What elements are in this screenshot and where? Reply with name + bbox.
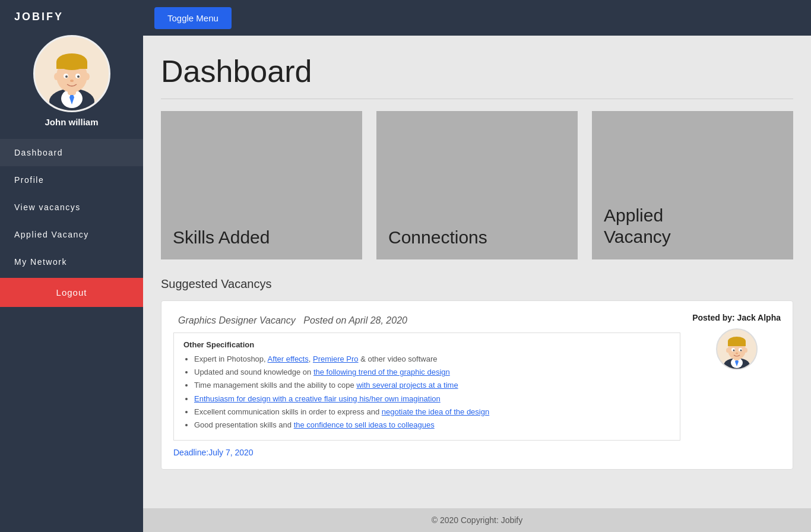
sidebar: JOBIFY [0, 0, 143, 532]
stats-row: Skills Added Connections AppliedVacancy [161, 111, 793, 259]
vacancy-deadline: Deadline:July 7, 2020 [173, 448, 680, 457]
suggested-vacancies-title: Suggested Vacancys [161, 277, 793, 291]
svg-rect-6 [56, 62, 87, 69]
logout-button[interactable]: Logout [0, 278, 143, 307]
toggle-menu-button[interactable]: Toggle Menu [154, 7, 232, 29]
stat-label-skills: Skills Added [173, 227, 270, 248]
svg-point-24 [740, 350, 742, 352]
sidebar-item-view-vacancys[interactable]: View vacancys [0, 194, 143, 221]
svg-point-10 [77, 75, 80, 78]
poster-avatar [716, 328, 758, 370]
main-content: Dashboard Skills Added Connections Appli… [143, 36, 811, 508]
vacancy-details: Graphics Designer Vacancy Posted on Apri… [173, 313, 680, 457]
svg-point-9 [65, 75, 68, 78]
vacancy-title: Graphics Designer Vacancy Posted on Apri… [173, 313, 680, 327]
vacancy-posted-on: Posted on April 28, 2020 [303, 315, 407, 325]
user-name: John william [45, 117, 98, 127]
spec-item: Enthusiasm for design with a creative fl… [194, 394, 670, 404]
spec-list: Expert in Photoshop, After effects, Prem… [183, 354, 670, 430]
spec-item: Time management skills and the ability t… [194, 380, 670, 391]
sidebar-item-my-network[interactable]: My Network [0, 248, 143, 276]
stat-label-connections: Connections [388, 227, 487, 248]
footer-text: © 2020 Copyright: Jobify [432, 515, 523, 525]
sidebar-item-dashboard[interactable]: Dashboard [0, 139, 143, 166]
vacancy-poster: Posted by: Jack Alpha [680, 313, 781, 370]
stat-card-skills: Skills Added [161, 111, 362, 259]
svg-point-27 [744, 348, 747, 353]
stat-card-connections: Connections [376, 111, 578, 259]
spec-box: Other Specification Expert in Photoshop,… [173, 332, 680, 441]
vacancy-title-text: Graphics Designer Vacancy [178, 315, 296, 325]
svg-point-11 [70, 80, 74, 82]
stat-label-applied: AppliedVacancy [604, 205, 671, 248]
spec-item: Expert in Photoshop, After effects, Prem… [194, 354, 670, 365]
svg-point-25 [736, 353, 738, 354]
svg-point-12 [54, 73, 59, 80]
svg-point-13 [85, 73, 90, 80]
page-title: Dashboard [161, 53, 793, 99]
user-avatar [33, 35, 110, 112]
svg-point-26 [726, 348, 730, 353]
posted-by-label: Posted by: Jack Alpha [692, 313, 781, 322]
sidebar-item-applied-vacancy[interactable]: Applied Vacancy [0, 221, 143, 248]
svg-rect-20 [728, 341, 746, 346]
spec-item: Good presentation skills and the confide… [194, 420, 670, 430]
spec-title: Other Specification [183, 340, 670, 349]
sidebar-item-profile[interactable]: Profile [0, 166, 143, 194]
stat-card-applied: AppliedVacancy [592, 111, 793, 259]
spec-item: Excellent communication skills in order … [194, 407, 670, 417]
svg-point-23 [733, 350, 734, 352]
vacancy-card: Graphics Designer Vacancy Posted on Apri… [161, 300, 793, 470]
sidebar-nav: Dashboard Profile View vacancys Applied … [0, 139, 143, 276]
app-logo: JOBIFY [0, 0, 143, 29]
footer: © 2020 Copyright: Jobify [143, 508, 811, 532]
spec-item: Updated and sound knowledge on the follo… [194, 367, 670, 378]
